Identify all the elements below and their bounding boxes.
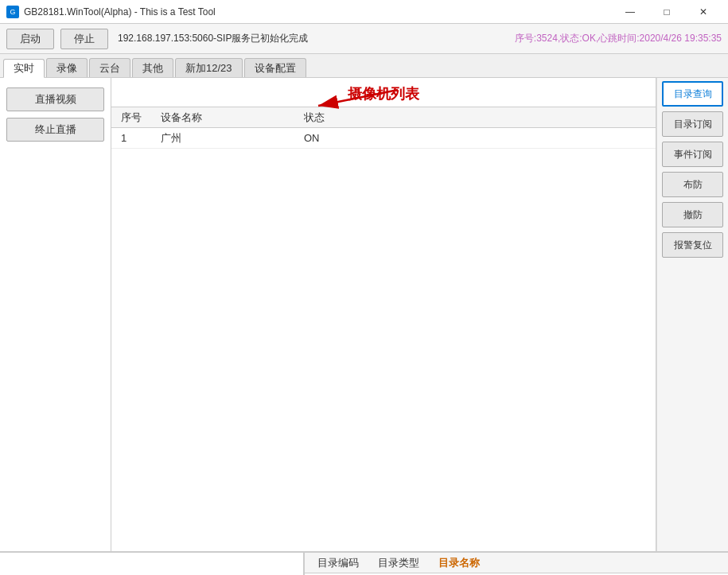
cell-seq: 1 bbox=[115, 132, 154, 144]
camera-table-header: 序号 设备名称 状态 bbox=[111, 107, 656, 128]
stop-live-button[interactable]: 终止直播 bbox=[6, 118, 104, 142]
bottom-table-header: 目录编码 目录类型 目录名称 bbox=[305, 553, 728, 573]
tab-new[interactable]: 新加12/23 bbox=[175, 58, 243, 77]
stop-button[interactable]: 停止 bbox=[60, 29, 108, 49]
bottom-right-panel: 目录编码 目录类型 目录名称 bbox=[305, 553, 728, 575]
cell-status: ON bbox=[298, 132, 393, 144]
tab-other[interactable]: 其他 bbox=[132, 58, 173, 77]
tab-bar: 实时 录像 云台 其他 新加12/23 设备配置 bbox=[0, 54, 728, 78]
titlebar-controls: — □ ✕ bbox=[612, 0, 722, 24]
left-panel: 直播视频 终止直播 bbox=[0, 78, 111, 551]
minimize-button[interactable]: — bbox=[612, 0, 648, 24]
bottom-area: 目录编码 目录类型 目录名称 bbox=[0, 551, 728, 575]
disarm-button[interactable]: 撤防 bbox=[662, 202, 723, 227]
maximize-button[interactable]: □ bbox=[648, 0, 685, 24]
right-panel: 目录查询 目录订阅 事件订阅 布防 撤防 报警复位 bbox=[656, 78, 728, 551]
close-button[interactable]: ✕ bbox=[685, 0, 722, 24]
bottom-col-type: 目录类型 bbox=[368, 556, 429, 570]
bottom-left-panel bbox=[0, 553, 305, 575]
live-video-button[interactable]: 直播视频 bbox=[6, 87, 104, 111]
camera-list-title: 摄像机列表 bbox=[111, 78, 656, 107]
col-header-seq: 序号 bbox=[115, 111, 154, 125]
col-header-name: 设备名称 bbox=[154, 111, 298, 125]
main-area: 直播视频 终止直播 摄像机列表 序号 设备名称 状态 1 广州 ON bbox=[0, 78, 728, 551]
bottom-col-code: 目录编码 bbox=[308, 556, 368, 570]
app-icon: G bbox=[6, 6, 19, 18]
catalog-subscribe-button[interactable]: 目录订阅 bbox=[662, 111, 723, 137]
tab-ptz[interactable]: 云台 bbox=[89, 58, 130, 77]
col-header-status: 状态 bbox=[298, 111, 393, 125]
catalog-query-button[interactable]: 目录查询 bbox=[662, 81, 723, 107]
titlebar: G GB28181.WinTool(Alpha) - This is a Tes… bbox=[0, 0, 728, 24]
titlebar-left: G GB28181.WinTool(Alpha) - This is a Tes… bbox=[6, 6, 216, 18]
event-subscribe-button[interactable]: 事件订阅 bbox=[662, 142, 723, 167]
toolbar: 启动 停止 192.168.197.153:5060-SIP服务已初始化完成 序… bbox=[0, 24, 728, 54]
center-panel: 摄像机列表 序号 设备名称 状态 1 广州 ON bbox=[111, 78, 656, 551]
cell-name: 广州 bbox=[154, 131, 298, 146]
toolbar-info: 序号:3524,状态:OK,心跳时间:2020/4/26 19:35:35 bbox=[515, 32, 722, 45]
titlebar-title: GB28181.WinTool(Alpha) - This is a Test … bbox=[24, 6, 216, 17]
tab-recording[interactable]: 录像 bbox=[46, 58, 88, 77]
tab-realtime[interactable]: 实时 bbox=[3, 59, 45, 78]
bottom-col-name: 目录名称 bbox=[429, 556, 489, 570]
table-row[interactable]: 1 广州 ON bbox=[111, 128, 656, 149]
toolbar-status: 192.168.197.153:5060-SIP服务已初始化完成 bbox=[118, 32, 308, 45]
arm-button[interactable]: 布防 bbox=[662, 172, 723, 197]
alarm-reset-button[interactable]: 报警复位 bbox=[662, 232, 723, 258]
start-button[interactable]: 启动 bbox=[6, 29, 54, 49]
camera-table: 序号 设备名称 状态 1 广州 ON bbox=[111, 107, 656, 551]
tab-device-config[interactable]: 设备配置 bbox=[244, 58, 306, 77]
